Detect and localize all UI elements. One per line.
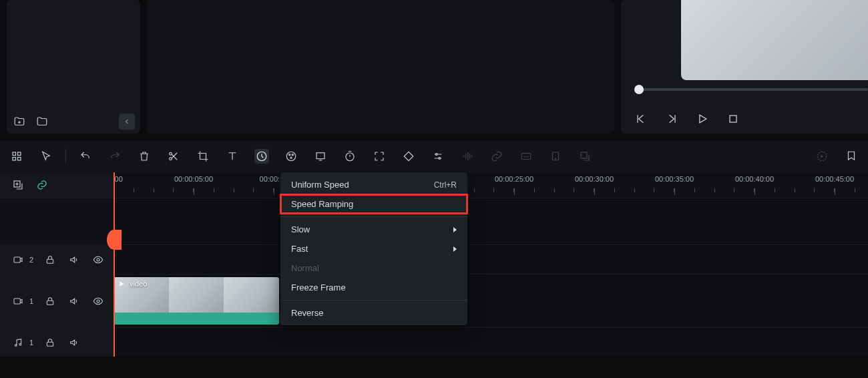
- render-icon[interactable]: [815, 149, 829, 164]
- svg-point-10: [292, 154, 293, 156]
- center-preview-panel: [147, 0, 614, 134]
- menu-fast[interactable]: Fast: [280, 239, 467, 258]
- mute-track-icon[interactable]: [67, 335, 81, 350]
- audio-track-icon: [11, 335, 25, 350]
- video-track-icon: [11, 294, 25, 309]
- svg-rect-1: [13, 152, 16, 156]
- lock-track-icon[interactable]: [43, 335, 57, 350]
- video-track-icon: [11, 252, 25, 267]
- add-track-icon[interactable]: [11, 178, 25, 192]
- player-scrubber[interactable]: [634, 88, 868, 91]
- play-button[interactable]: [696, 112, 709, 126]
- track-link-icon[interactable]: [35, 178, 49, 192]
- timeline-toolbar: [0, 140, 868, 172]
- next-frame-button[interactable]: [665, 112, 678, 126]
- menu-label: Freeze Frame: [291, 282, 346, 293]
- menu-freeze-frame[interactable]: Freeze Frame: [280, 278, 467, 297]
- svg-point-24: [97, 258, 99, 261]
- prev-frame-button[interactable]: [634, 112, 648, 126]
- ruler-label: 00:00:45:00: [815, 175, 855, 183]
- collapse-panel-button[interactable]: [119, 114, 135, 130]
- menu-slow[interactable]: Slow: [280, 220, 467, 239]
- svg-point-9: [289, 154, 290, 156]
- svg-rect-22: [14, 257, 20, 262]
- menu-label: Reverse: [291, 308, 323, 318]
- mute-track-icon[interactable]: [67, 252, 81, 267]
- menu-speed-ramping[interactable]: Speed Ramping: [280, 194, 467, 214]
- cursor-tool-icon[interactable]: [39, 149, 53, 164]
- ruler-label: 00:00: [114, 175, 134, 183]
- svg-rect-25: [14, 299, 20, 304]
- mute-track-icon[interactable]: [67, 294, 81, 309]
- video-clip[interactable]: video: [114, 277, 279, 325]
- clip-label: video: [130, 280, 147, 288]
- playhead-handle[interactable]: [107, 230, 122, 250]
- menu-shortcut: Ctrl+R: [434, 180, 457, 190]
- marker-icon[interactable]: [844, 149, 859, 164]
- svg-point-28: [15, 344, 17, 346]
- folder-icon[interactable]: [35, 114, 49, 129]
- svg-rect-26: [47, 301, 53, 305]
- fit-icon[interactable]: [372, 149, 387, 164]
- menu-uniform-speed[interactable]: Uniform Speed Ctrl+R: [280, 175, 467, 194]
- chevron-right-icon: [453, 246, 457, 252]
- redo-icon[interactable]: [107, 149, 122, 164]
- stop-button[interactable]: [726, 112, 740, 126]
- track-index: 2: [29, 256, 33, 264]
- split-icon[interactable]: [166, 149, 181, 164]
- delete-icon[interactable]: [137, 149, 152, 164]
- timer-icon[interactable]: [343, 149, 357, 164]
- lock-track-icon[interactable]: [43, 294, 57, 309]
- menu-reverse[interactable]: Reverse: [280, 303, 467, 323]
- device-icon[interactable]: [548, 149, 563, 164]
- ruler-label: 00:00:40:00: [734, 175, 775, 183]
- audio-track-1: 1: [0, 327, 868, 357]
- lock-track-icon[interactable]: [43, 252, 57, 267]
- menu-label: Normal: [291, 263, 319, 273]
- svg-rect-4: [18, 158, 21, 161]
- ruler-label: 00:00:30:00: [574, 175, 614, 183]
- audio-icon[interactable]: [460, 149, 475, 164]
- color-icon[interactable]: [284, 149, 298, 164]
- ruler-label: 00:00:35:00: [654, 175, 694, 183]
- chevron-right-icon: [453, 227, 457, 232]
- link-icon[interactable]: [489, 149, 504, 164]
- time-ruler[interactable]: 00:00 00:00:05:00 00:00:10 00:00:15:00 0…: [114, 172, 868, 198]
- adjust-icon[interactable]: [431, 149, 445, 164]
- svg-rect-0: [730, 116, 736, 122]
- svg-rect-2: [18, 152, 21, 156]
- media-bin-panel: [7, 0, 140, 134]
- svg-rect-3: [13, 158, 16, 161]
- mask-screen-icon[interactable]: [313, 149, 328, 164]
- add-folder-icon[interactable]: [12, 114, 27, 129]
- crop-icon[interactable]: [196, 149, 210, 164]
- player-video-thumbnail: [681, 0, 868, 80]
- player-scrubber-knob[interactable]: [634, 85, 644, 94]
- speed-icon[interactable]: [254, 149, 269, 164]
- text-icon[interactable]: [225, 149, 240, 164]
- track-index: 1: [29, 339, 33, 347]
- svg-rect-30: [47, 342, 53, 346]
- svg-point-18: [555, 158, 556, 160]
- menu-label: Fast: [291, 244, 308, 254]
- svg-point-29: [19, 343, 21, 345]
- svg-rect-16: [521, 154, 531, 160]
- playhead[interactable]: [114, 172, 115, 357]
- svg-rect-19: [581, 152, 587, 158]
- export-icon[interactable]: [578, 149, 592, 164]
- menu-label: Slow: [291, 224, 310, 234]
- subtitle-icon[interactable]: [519, 149, 533, 164]
- svg-rect-23: [47, 259, 53, 263]
- menu-normal: Normal: [280, 258, 467, 278]
- menu-label: Speed Ramping: [291, 199, 353, 209]
- svg-rect-12: [316, 153, 324, 159]
- menu-label: Uniform Speed: [291, 180, 349, 190]
- layout-grid-icon[interactable]: [9, 149, 24, 164]
- visibility-icon[interactable]: [91, 294, 105, 309]
- keyframe-icon[interactable]: [401, 149, 416, 164]
- visibility-icon[interactable]: [91, 252, 105, 267]
- undo-icon[interactable]: [78, 149, 93, 164]
- svg-point-11: [290, 157, 292, 158]
- track-index: 1: [29, 297, 33, 305]
- player-panel: [621, 0, 868, 134]
